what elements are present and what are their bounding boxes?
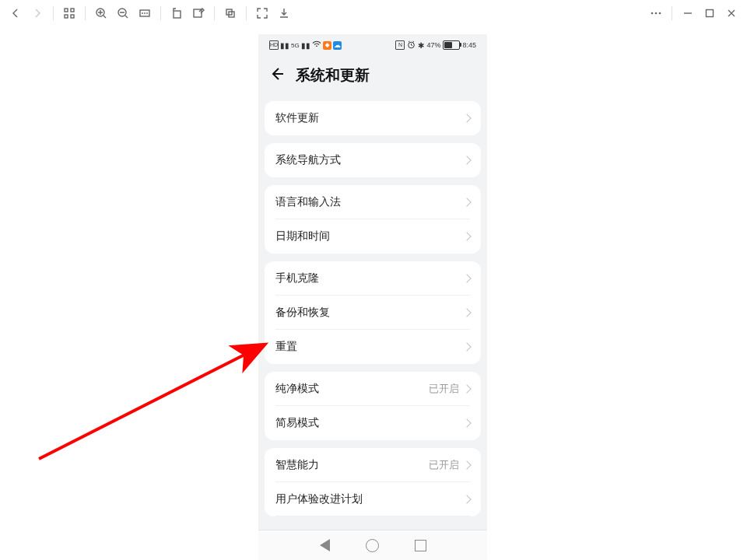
status-bar: HD ▮▮ 5G ▮▮ ◆ ☁ N ✱ 47% 8:45 [258, 34, 487, 53]
toolbar-divider [160, 6, 161, 20]
close-button[interactable] [721, 2, 742, 24]
edit-icon[interactable] [188, 2, 209, 24]
svg-rect-0 [65, 9, 68, 12]
chevron-right-icon [462, 156, 471, 164]
annotation-arrow [31, 163, 280, 474]
signal2-icon: ▮▮ [301, 41, 310, 50]
svg-line-16 [39, 345, 263, 459]
row-simple-mode[interactable]: 简易模式 [265, 406, 481, 440]
page-header: 系统和更新 [258, 53, 487, 93]
chevron-right-icon [462, 198, 471, 206]
nav-home-icon[interactable] [366, 539, 379, 552]
back-arrow-icon[interactable] [269, 66, 285, 85]
row-reset[interactable]: 重置 [265, 330, 481, 364]
row-label: 软件更新 [275, 111, 319, 125]
row-ai-abilities[interactable]: 智慧能力 已开启 [265, 448, 481, 482]
system-navbar [258, 530, 487, 560]
settings-groups: 软件更新 系统导航方式 语言和输入法 日期和时间 手机克隆 [258, 101, 487, 516]
row-software-update[interactable]: 软件更新 [265, 101, 481, 135]
more-icon[interactable] [645, 2, 667, 24]
toolbar-divider [53, 6, 54, 20]
settings-card: 手机克隆 备份和恢复 重置 [265, 261, 481, 364]
settings-card: 系统导航方式 [265, 143, 481, 177]
svg-point-13 [659, 12, 661, 15]
fullscreen-icon[interactable] [251, 2, 273, 24]
row-label: 简易模式 [275, 416, 319, 430]
toolbar-divider [672, 6, 672, 20]
nav-recent-icon[interactable] [415, 540, 426, 551]
row-label: 纯净模式 [275, 382, 319, 396]
app-badge-icon: ◆ [323, 41, 331, 50]
maximize-button[interactable] [699, 2, 721, 24]
nfc-icon: N [395, 40, 405, 50]
svg-rect-14 [707, 10, 714, 17]
svg-rect-2 [65, 15, 68, 18]
row-value: 已开启 [429, 383, 459, 396]
row-label: 系统导航方式 [275, 153, 341, 167]
settings-card: 语言和输入法 日期和时间 [265, 185, 481, 254]
chevron-right-icon [462, 384, 471, 393]
page-title: 系统和更新 [296, 65, 370, 86]
wifi-icon [312, 40, 321, 50]
svg-point-11 [651, 12, 654, 15]
row-navigation-mode[interactable]: 系统导航方式 [265, 143, 481, 177]
toolbar-divider [214, 6, 215, 20]
row-label: 语言和输入法 [275, 195, 341, 209]
apps-grid-icon[interactable] [58, 2, 80, 24]
zoom-out-icon[interactable] [112, 2, 134, 24]
row-value: 已开启 [429, 459, 459, 472]
row-backup-restore[interactable]: 备份和恢复 [265, 296, 481, 330]
alarm-icon [407, 40, 416, 51]
minimize-button[interactable] [677, 2, 699, 24]
actual-size-icon[interactable] [134, 2, 156, 24]
chevron-right-icon [462, 418, 471, 427]
chevron-right-icon [462, 114, 471, 122]
cloud-icon: ☁ [333, 41, 342, 50]
svg-point-12 [655, 12, 658, 15]
forward-button[interactable] [26, 2, 48, 24]
row-language-input[interactable]: 语言和输入法 [265, 185, 481, 219]
signal-icon: ▮▮ [280, 41, 289, 50]
chevron-right-icon [462, 308, 471, 317]
row-label: 备份和恢复 [275, 306, 330, 320]
duplicate-icon[interactable] [219, 2, 241, 24]
settings-card: 智慧能力 已开启 用户体验改进计划 [265, 448, 481, 516]
row-label: 日期和时间 [275, 229, 330, 243]
download-icon[interactable] [273, 2, 295, 24]
svg-rect-7 [174, 11, 181, 18]
svg-rect-1 [71, 9, 74, 12]
bluetooth-icon: ✱ [418, 41, 424, 50]
settings-card: 软件更新 [265, 101, 481, 135]
battery-pct: 47% [426, 41, 440, 49]
row-label: 重置 [275, 340, 297, 354]
hd-icon: HD [269, 40, 279, 50]
chevron-right-icon [462, 274, 471, 282]
row-ux-plan[interactable]: 用户体验改进计划 [265, 482, 481, 516]
battery-icon [443, 40, 460, 50]
phone-screenshot: HD ▮▮ 5G ▮▮ ◆ ☁ N ✱ 47% 8:45 系统和更新 [258, 34, 487, 560]
chevron-right-icon [462, 495, 471, 503]
row-pure-mode[interactable]: 纯净模式 已开启 [265, 372, 481, 406]
nav-back-icon[interactable] [320, 539, 330, 551]
row-date-time[interactable]: 日期和时间 [265, 219, 481, 254]
chevron-right-icon [462, 460, 471, 469]
network-label: 5G [291, 42, 300, 49]
settings-card: 纯净模式 已开启 简易模式 [265, 372, 481, 440]
toolbar-divider [246, 6, 247, 20]
zoom-in-icon[interactable] [90, 2, 112, 24]
rotate-icon[interactable] [166, 2, 188, 24]
toolbar-divider [85, 6, 86, 20]
row-phone-clone[interactable]: 手机克隆 [265, 261, 481, 296]
chevron-right-icon [462, 342, 471, 351]
svg-rect-3 [71, 15, 74, 18]
back-button[interactable] [5, 2, 26, 24]
chevron-right-icon [462, 232, 471, 240]
row-label: 用户体验改进计划 [275, 492, 363, 506]
row-label: 智慧能力 [275, 458, 319, 472]
clock: 8:45 [462, 41, 476, 49]
row-label: 手机克隆 [275, 271, 319, 285]
viewer-toolbar [0, 0, 747, 26]
